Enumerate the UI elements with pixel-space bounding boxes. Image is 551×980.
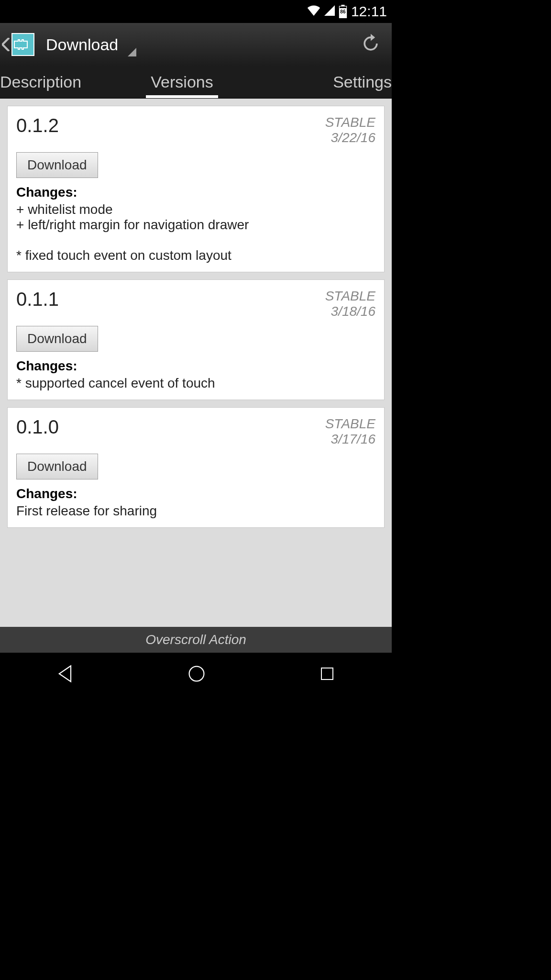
- battery-icon: 86: [339, 5, 347, 18]
- status-bar: 86 12:11: [0, 0, 392, 23]
- svg-point-3: [189, 667, 204, 681]
- back-button[interactable]: [0, 33, 34, 56]
- navigation-bar: [0, 653, 392, 697]
- versions-list: 0.1.2 STABLE 3/22/16 Download Changes: +…: [0, 99, 392, 627]
- changes-heading: Changes:: [16, 358, 375, 374]
- status-time: 12:11: [351, 3, 387, 20]
- battery-percent: 86: [340, 9, 345, 14]
- changes-heading: Changes:: [16, 185, 375, 200]
- version-date: 3/18/16: [325, 304, 375, 319]
- version-number: 0.1.0: [16, 416, 59, 438]
- download-button[interactable]: Download: [16, 454, 98, 479]
- svg-rect-4: [321, 668, 333, 679]
- tab-settings[interactable]: Settings: [323, 66, 392, 98]
- svg-rect-1: [341, 5, 344, 7]
- changes-heading: Changes:: [16, 486, 375, 501]
- version-date: 3/22/16: [325, 130, 375, 145]
- changes-body: First release for sharing: [16, 503, 375, 519]
- app-bar: Download: [0, 23, 392, 66]
- cell-signal-icon: [324, 5, 335, 18]
- app-icon: [11, 33, 34, 56]
- back-nav-button[interactable]: [55, 663, 76, 686]
- tab-description[interactable]: Description: [0, 66, 91, 98]
- title-dropdown[interactable]: Download: [46, 35, 136, 54]
- version-date: 3/17/16: [325, 432, 375, 447]
- refresh-button[interactable]: [355, 28, 386, 61]
- page-title: Download: [46, 35, 118, 54]
- changes-body: + whitelist mode + left/right margin for…: [16, 202, 375, 263]
- download-button[interactable]: Download: [16, 152, 98, 178]
- version-card: 0.1.2 STABLE 3/22/16 Download Changes: +…: [7, 106, 385, 272]
- version-stability: STABLE: [325, 115, 375, 130]
- version-card: 0.1.0 STABLE 3/17/16 Download Changes: F…: [7, 407, 385, 528]
- tab-bar: Description Versions Settings: [0, 66, 392, 99]
- svg-rect-2: [340, 7, 346, 9]
- home-nav-button[interactable]: [186, 663, 207, 686]
- recents-nav-button[interactable]: [318, 664, 337, 685]
- version-number: 0.1.1: [16, 289, 59, 310]
- dropdown-icon: [128, 48, 136, 56]
- download-button[interactable]: Download: [16, 326, 98, 352]
- app-name-label: Overscroll Action: [0, 627, 392, 653]
- version-stability: STABLE: [325, 416, 375, 432]
- changes-body: * supported cancel event of touch: [16, 376, 375, 391]
- version-card: 0.1.1 STABLE 3/18/16 Download Changes: *…: [7, 279, 385, 400]
- wifi-icon: [307, 5, 320, 18]
- version-stability: STABLE: [325, 289, 375, 304]
- version-number: 0.1.2: [16, 115, 59, 136]
- tab-versions[interactable]: Versions: [141, 66, 222, 98]
